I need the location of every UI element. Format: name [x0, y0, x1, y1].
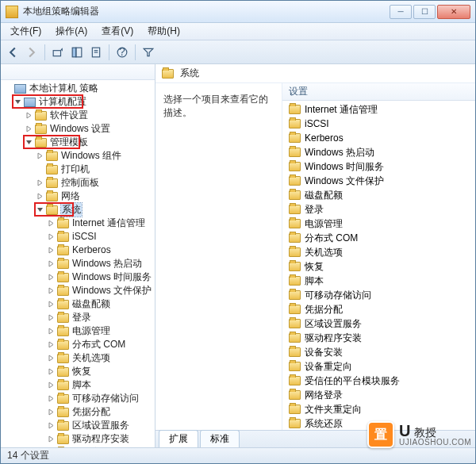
settings-item[interactable]: Internet 通信管理 [282, 102, 475, 117]
tree-node[interactable]: 关机选项 [2, 351, 155, 365]
settings-item[interactable]: 区域设置服务 [282, 316, 475, 331]
expander-closed-icon[interactable] [47, 408, 56, 416]
expander-closed-icon[interactable] [47, 300, 56, 309]
minimize-button[interactable]: ─ [390, 5, 412, 19]
tree-node[interactable]: Windows 时间服务 [2, 270, 155, 284]
expander-closed-icon[interactable] [47, 219, 56, 228]
menu-help[interactable]: 帮助(H) [141, 23, 186, 40]
expander-closed-icon[interactable] [47, 313, 56, 322]
settings-item[interactable]: Windows 热启动 [282, 145, 475, 159]
tree-node-label: 区域设置服务 [72, 419, 129, 432]
close-button[interactable]: ✕ [437, 5, 470, 19]
settings-item[interactable]: Windows 时间服务 [282, 159, 475, 174]
settings-item[interactable]: 可移动存储访问 [282, 288, 475, 302]
tree-node[interactable]: 控制面板 [2, 176, 155, 190]
forward-button[interactable] [23, 44, 40, 61]
expander-closed-icon[interactable] [47, 381, 56, 389]
settings-item[interactable]: 设备重定向 [282, 359, 475, 374]
expander-closed-icon[interactable] [47, 327, 56, 336]
folder-icon [57, 246, 69, 255]
expander-closed-icon[interactable] [47, 354, 56, 362]
settings-item[interactable]: 脚本 [282, 274, 475, 288]
tree-node[interactable]: 本地计算机 策略 [2, 82, 155, 95]
expander-closed-icon[interactable] [25, 111, 33, 120]
settings-item[interactable]: Kerberos [282, 131, 475, 145]
filter-button[interactable] [140, 44, 157, 61]
help-button[interactable]: ? [113, 44, 131, 61]
expander-closed-icon[interactable] [36, 151, 44, 160]
settings-item[interactable]: 恢复 [282, 259, 475, 274]
details-body: 选择一个项目来查看它的描述。 设置 Internet 通信管理iSCSIKerb… [155, 83, 475, 430]
expander-closed-icon[interactable] [47, 232, 56, 241]
tree-node[interactable]: 系统 [2, 203, 155, 217]
tree-node[interactable]: Windows 组件 [2, 149, 155, 163]
tree-node[interactable]: 磁盘配额 [2, 297, 155, 311]
tree-node[interactable]: Internet 通信管理 [2, 217, 155, 230]
settings-list[interactable]: Internet 通信管理iSCSIKerberosWindows 热启动Win… [282, 101, 475, 430]
settings-item[interactable]: 分布式 COM [282, 231, 475, 245]
maximize-button[interactable]: ☐ [413, 5, 436, 19]
settings-item[interactable]: 系统还原 [282, 416, 475, 430]
expander-closed-icon[interactable] [47, 273, 56, 282]
settings-item[interactable]: 设备安装 [282, 345, 475, 359]
expander-closed-icon[interactable] [36, 178, 44, 187]
expander-open-icon[interactable] [36, 205, 44, 214]
menu-file[interactable]: 文件(F) [4, 23, 48, 40]
tree-node[interactable]: iSCSI [2, 230, 155, 244]
tree-pane: 本地计算机 策略计算机配置软件设置Windows 设置管理模板Windows 组… [1, 64, 155, 447]
settings-item[interactable]: 驱动程序安装 [282, 331, 475, 345]
expander-closed-icon[interactable] [47, 394, 56, 403]
settings-item[interactable]: 关机选项 [282, 245, 475, 259]
tree-node[interactable]: 可移动存储访问 [2, 392, 155, 405]
tree-node[interactable]: Windows 文件保护 [2, 284, 155, 297]
settings-item[interactable]: 受信任的平台模块服务 [282, 374, 475, 388]
tree-node[interactable]: 计算机配置 [2, 95, 155, 109]
settings-item[interactable]: 登录 [282, 202, 475, 217]
column-header-settings[interactable]: 设置 [282, 83, 475, 101]
tree-node[interactable]: Windows 设置 [2, 122, 155, 136]
expander-closed-icon[interactable] [47, 421, 56, 430]
expander-closed-icon[interactable] [36, 192, 44, 201]
tree-node[interactable]: 设备安装 [2, 446, 155, 447]
expander-closed-icon[interactable] [25, 125, 33, 133]
settings-item[interactable]: 磁盘配额 [282, 188, 475, 202]
settings-item[interactable]: 网络登录 [282, 388, 475, 402]
tab-standard[interactable]: 标准 [200, 430, 240, 447]
tree-node[interactable]: 打印机 [2, 163, 155, 176]
expander-closed-icon[interactable] [47, 367, 56, 376]
show-hide-tree-button[interactable] [68, 44, 86, 61]
settings-item[interactable]: 电源管理 [282, 217, 475, 231]
up-button[interactable] [49, 44, 67, 61]
tree-node[interactable]: 管理模板 [2, 136, 155, 149]
policy-tree[interactable]: 本地计算机 策略计算机配置软件设置Windows 设置管理模板Windows 组… [1, 80, 155, 447]
tree-node[interactable]: 软件设置 [2, 109, 155, 122]
tree-node[interactable]: 网络 [2, 190, 155, 203]
tree-node[interactable]: 凭据分配 [2, 405, 155, 419]
settings-item[interactable]: 文件夹重定向 [282, 402, 475, 416]
tree-node[interactable]: Windows 热启动 [2, 257, 155, 270]
settings-item[interactable]: iSCSI [282, 117, 475, 131]
expander-closed-icon[interactable] [47, 259, 56, 268]
tree-node[interactable]: 脚本 [2, 378, 155, 392]
tab-extended[interactable]: 扩展 [159, 430, 198, 447]
expander-closed-icon[interactable] [47, 286, 56, 295]
tree-node[interactable]: 区域设置服务 [2, 419, 155, 432]
menu-view[interactable]: 查看(V) [95, 23, 140, 40]
expander-closed-icon[interactable] [47, 435, 56, 443]
tree-node[interactable]: 分布式 COM [2, 338, 155, 351]
expander-closed-icon[interactable] [47, 246, 56, 255]
tree-node[interactable]: 电源管理 [2, 324, 155, 338]
back-button[interactable] [4, 44, 21, 61]
properties-button[interactable] [87, 44, 105, 61]
expander-open-icon[interactable] [13, 98, 22, 106]
expander-open-icon[interactable] [25, 138, 33, 147]
tree-node[interactable]: 恢复 [2, 365, 155, 378]
settings-item[interactable]: 凭据分配 [282, 302, 475, 316]
settings-item[interactable]: Windows 文件保护 [282, 174, 475, 188]
tree-node[interactable]: Kerberos [2, 244, 155, 257]
tree-node[interactable]: 登录 [2, 311, 155, 324]
menu-action[interactable]: 操作(A) [49, 23, 94, 40]
settings-item-label: 分布式 COM [305, 232, 358, 245]
tree-node[interactable]: 驱动程序安装 [2, 432, 155, 446]
expander-closed-icon[interactable] [47, 340, 56, 349]
